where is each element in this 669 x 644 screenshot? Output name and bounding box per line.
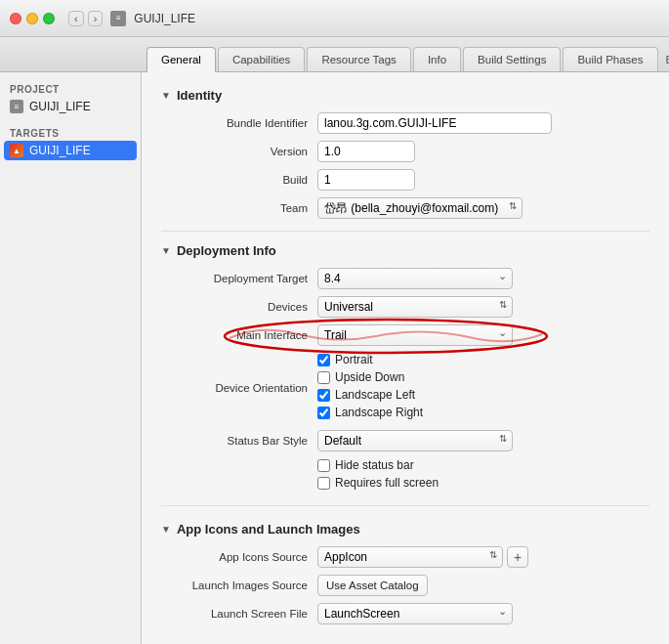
back-button[interactable]: ‹ bbox=[68, 11, 84, 26]
devices-value: Universal bbox=[317, 296, 649, 318]
launch-images-source-row: Launch Images Source Use Asset Catalog bbox=[161, 575, 649, 596]
forward-button[interactable]: › bbox=[88, 11, 104, 26]
landscape-left-label: Landscape Left bbox=[335, 388, 415, 402]
version-row: Version bbox=[161, 141, 649, 162]
deployment-triangle[interactable]: ▼ bbox=[161, 245, 171, 256]
project-icon: ≡ bbox=[110, 11, 126, 26]
section-divider-1 bbox=[161, 231, 649, 232]
use-asset-catalog-button[interactable]: Use Asset Catalog bbox=[317, 575, 428, 596]
app-icons-section-title: App Icons and Launch Images bbox=[177, 522, 360, 537]
bundle-identifier-value bbox=[317, 112, 649, 134]
version-input[interactable] bbox=[317, 141, 415, 162]
launch-screen-file-value: LaunchScreen bbox=[317, 603, 649, 624]
team-select[interactable]: 岱昂 (bella_zhouyi@foxmail.com) bbox=[317, 197, 523, 219]
build-input[interactable] bbox=[317, 169, 415, 191]
targets-section-label: TARGETS bbox=[0, 124, 141, 141]
device-orientation-row: Device Orientation Portrait Upside Down … bbox=[161, 353, 649, 423]
build-value bbox=[317, 169, 649, 191]
hide-status-bar-checkbox[interactable] bbox=[317, 459, 330, 472]
content-area: ▼ Identity Bundle Identifier Version Bui… bbox=[142, 72, 669, 644]
identity-section-header: ▼ Identity bbox=[161, 88, 649, 103]
hide-status-bar-row: Hide status bar Requires full screen bbox=[161, 458, 649, 494]
portrait-checkbox[interactable] bbox=[317, 354, 330, 366]
team-value: 岱昂 (bella_zhouyi@foxmail.com) bbox=[317, 197, 649, 219]
target-item-label: GUIJI_LIFE bbox=[29, 144, 91, 157]
identity-triangle[interactable]: ▼ bbox=[161, 90, 171, 101]
status-bar-label: Status Bar Style bbox=[161, 435, 317, 447]
landscape-left-row: Landscape Left bbox=[317, 388, 649, 402]
tab-build-settings[interactable]: Build Settings bbox=[463, 47, 561, 71]
status-bar-row: Status Bar Style Default bbox=[161, 430, 649, 451]
close-button[interactable] bbox=[10, 13, 21, 24]
devices-row: Devices Universal bbox=[161, 296, 649, 318]
maximize-button[interactable] bbox=[43, 13, 55, 24]
launch-screen-file-row: Launch Screen File LaunchScreen bbox=[161, 603, 649, 624]
hide-status-checkbox-row: Hide status bar bbox=[317, 458, 649, 472]
devices-select[interactable]: Universal bbox=[317, 296, 513, 318]
project-item-label: GUIJI_LIFE bbox=[29, 100, 91, 113]
tab-capabilities[interactable]: Capabilities bbox=[218, 47, 305, 71]
tab-info[interactable]: Info bbox=[413, 47, 461, 71]
tab-more[interactable]: B bbox=[660, 48, 669, 71]
version-label: Version bbox=[161, 146, 317, 157]
target-icon: ▲ bbox=[10, 144, 23, 157]
upside-down-row: Upside Down bbox=[317, 370, 649, 384]
deployment-target-value: 8.4 bbox=[317, 268, 649, 289]
requires-full-screen-row: Requires full screen bbox=[317, 476, 649, 490]
app-icons-source-row: App Icons Source AppIcon + bbox=[161, 546, 649, 568]
build-row: Build bbox=[161, 169, 649, 191]
main-layout: PROJECT ≡ GUIJI_LIFE TARGETS ▲ GUIJI_LIF… bbox=[0, 72, 669, 644]
launch-screen-file-label: Launch Screen File bbox=[161, 608, 317, 620]
team-row: Team 岱昂 (bella_zhouyi@foxmail.com) bbox=[161, 197, 649, 219]
team-label: Team bbox=[161, 202, 317, 214]
app-icons-source-label: App Icons Source bbox=[161, 551, 317, 563]
version-value bbox=[317, 141, 649, 162]
device-orientation-checkboxes: Portrait Upside Down Landscape Left Land… bbox=[317, 353, 649, 423]
app-icons-triangle[interactable]: ▼ bbox=[161, 524, 171, 535]
nav-buttons[interactable]: ‹ › bbox=[68, 11, 103, 26]
project-section-label: PROJECT bbox=[0, 80, 141, 97]
deployment-target-label: Deployment Target bbox=[161, 273, 317, 284]
app-icons-source-select[interactable]: AppIcon bbox=[317, 546, 503, 568]
launch-screen-file-select[interactable]: LaunchScreen bbox=[317, 603, 513, 624]
bundle-identifier-input[interactable] bbox=[317, 112, 552, 134]
app-icons-plus-button[interactable]: + bbox=[507, 546, 528, 568]
sidebar-item-target[interactable]: ▲ GUIJI_LIFE bbox=[4, 141, 137, 160]
launch-images-source-label: Launch Images Source bbox=[161, 580, 317, 591]
app-icons-source-value: AppIcon + bbox=[317, 546, 649, 568]
main-interface-label: Main Interface bbox=[161, 329, 317, 341]
window-controls[interactable] bbox=[10, 13, 55, 24]
minimize-button[interactable] bbox=[26, 13, 38, 24]
landscape-right-label: Landscape Right bbox=[335, 406, 423, 419]
deployment-target-row: Deployment Target 8.4 bbox=[161, 268, 649, 289]
deployment-section-header: ▼ Deployment Info bbox=[161, 243, 649, 258]
tab-resource-tags[interactable]: Resource Tags bbox=[307, 47, 411, 71]
app-icons-section-header: ▼ App Icons and Launch Images bbox=[161, 522, 649, 537]
titlebar: ‹ › ≡ GUIJI_LIFE bbox=[0, 0, 669, 37]
tab-bar: General Capabilities Resource Tags Info … bbox=[0, 37, 669, 72]
requires-full-screen-label: Requires full screen bbox=[335, 476, 439, 490]
project-file-icon: ≡ bbox=[10, 100, 23, 113]
landscape-left-checkbox[interactable] bbox=[317, 389, 330, 402]
upside-down-label: Upside Down bbox=[335, 370, 404, 384]
window-title: GUIJI_LIFE bbox=[134, 12, 195, 25]
main-interface-row: Main Interface Trail bbox=[161, 324, 649, 346]
device-orientation-label: Device Orientation bbox=[161, 382, 317, 394]
bundle-identifier-label: Bundle Identifier bbox=[161, 117, 317, 129]
hide-status-bar-label: Hide status bar bbox=[335, 458, 414, 472]
sidebar-item-project[interactable]: ≡ GUIJI_LIFE bbox=[0, 97, 141, 116]
deployment-target-select[interactable]: 8.4 bbox=[317, 268, 513, 289]
landscape-right-checkbox[interactable] bbox=[317, 407, 330, 419]
devices-label: Devices bbox=[161, 301, 317, 313]
main-interface-select[interactable]: Trail bbox=[317, 324, 513, 346]
requires-full-screen-checkbox[interactable] bbox=[317, 477, 330, 490]
tab-general[interactable]: General bbox=[146, 47, 216, 72]
section-divider-2 bbox=[161, 505, 649, 506]
status-bar-select[interactable]: Default bbox=[317, 430, 513, 451]
portrait-label: Portrait bbox=[335, 353, 373, 366]
landscape-right-row: Landscape Right bbox=[317, 406, 649, 419]
status-bar-value: Default bbox=[317, 430, 649, 451]
tab-build-phases[interactable]: Build Phases bbox=[563, 47, 657, 71]
build-label: Build bbox=[161, 174, 317, 186]
upside-down-checkbox[interactable] bbox=[317, 371, 330, 384]
